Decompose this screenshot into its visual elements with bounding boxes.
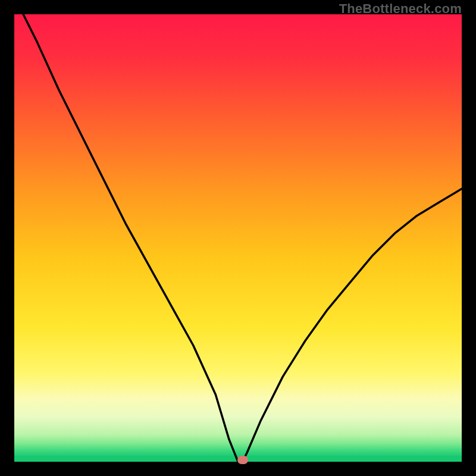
plot-area (14, 14, 462, 462)
chart-frame: TheBottleneck.com (0, 0, 476, 476)
optimum-marker (237, 456, 248, 464)
gradient-background (14, 14, 462, 462)
plot-svg (14, 14, 462, 462)
